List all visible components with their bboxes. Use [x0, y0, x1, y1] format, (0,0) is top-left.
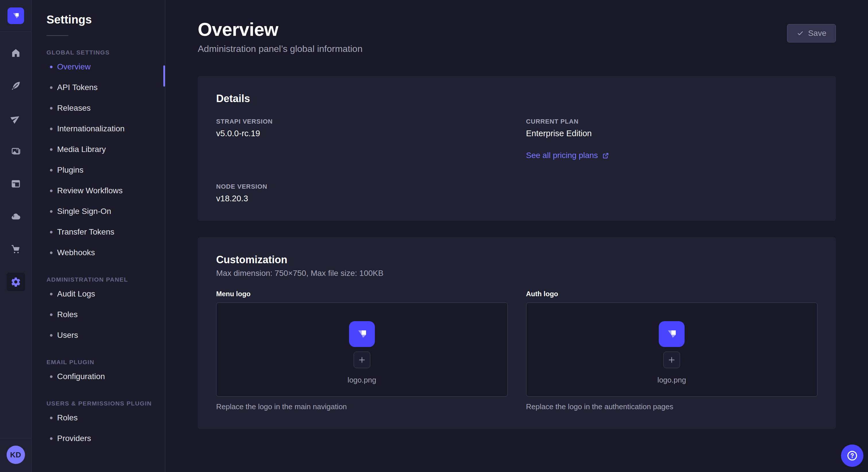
- page-header-text: Overview Administration panel’s global i…: [198, 19, 363, 54]
- subnav-title: Settings: [32, 13, 165, 26]
- pricing-plans-link[interactable]: See all pricing plans: [526, 151, 610, 160]
- strapi-logo-icon: [354, 326, 370, 342]
- section-header-global-settings: GLOBAL SETTINGS: [32, 49, 165, 56]
- global-settings-list: Overview API Tokens Releases Internation…: [32, 57, 165, 263]
- auth-logo-filename: logo.png: [657, 376, 686, 384]
- auth-logo-panel: Auth logo logo.png Replace the logo in t…: [526, 290, 818, 411]
- logo-section: [0, 0, 31, 32]
- images-icon[interactable]: [7, 142, 25, 160]
- menu-logo-preview: [349, 321, 375, 347]
- subnav-item-releases[interactable]: Releases: [32, 98, 165, 119]
- subnav-item-review-workflows[interactable]: Review Workflows: [32, 180, 165, 201]
- bullet-icon: [50, 313, 53, 316]
- subnav-item-admin-roles[interactable]: Roles: [32, 304, 165, 325]
- subnav-item-api-tokens[interactable]: API Tokens: [32, 77, 165, 98]
- paper-plane-icon[interactable]: [7, 109, 25, 128]
- auth-logo-label: Auth logo: [526, 290, 818, 298]
- check-icon: [797, 30, 804, 37]
- logo-row: Menu logo logo.png Replace the logo in t…: [216, 290, 817, 411]
- cart-icon[interactable]: [7, 240, 25, 258]
- menu-logo-dropzone[interactable]: logo.png: [216, 303, 508, 397]
- sidebar-icon-nav: [7, 32, 25, 291]
- main-content: Overview Administration panel’s global i…: [166, 0, 868, 472]
- strapi-version-value: v5.0.0-rc.19: [216, 129, 508, 138]
- page-header: Overview Administration panel’s global i…: [198, 0, 836, 54]
- external-link-icon: [602, 152, 610, 160]
- bullet-icon: [50, 375, 53, 378]
- main-sidebar: KD: [0, 0, 32, 472]
- bullet-icon: [50, 86, 53, 89]
- bullet-icon: [50, 231, 53, 233]
- auth-logo-dropzone[interactable]: logo.png: [526, 303, 818, 397]
- auth-logo-add-button[interactable]: [663, 351, 680, 368]
- subnav-item-internationalization[interactable]: Internationalization: [32, 119, 165, 139]
- customization-card: Customization Max dimension: 750×750, Ma…: [198, 237, 836, 429]
- section-header-administration-panel: ADMINISTRATION PANEL: [32, 276, 165, 283]
- strapi-logo-icon: [663, 326, 680, 342]
- plus-icon: [358, 356, 366, 364]
- page-subtitle: Administration panel’s global informatio…: [198, 43, 363, 54]
- bullet-icon: [50, 148, 53, 151]
- users-permissions-list: Roles Providers: [32, 407, 165, 449]
- bullet-icon: [50, 190, 53, 192]
- question-mark-icon: [846, 450, 858, 462]
- strapi-version-label: STRAPI VERSION: [216, 118, 508, 125]
- feather-icon[interactable]: [7, 76, 25, 95]
- current-plan-value: Enterprise Edition: [526, 129, 818, 138]
- menu-logo-add-button[interactable]: [353, 351, 370, 368]
- subnav-item-email-configuration[interactable]: Configuration: [32, 366, 165, 387]
- subnav-scroll-indicator[interactable]: [163, 65, 165, 87]
- page-title: Overview: [198, 19, 363, 40]
- cloud-icon[interactable]: [7, 207, 25, 226]
- bullet-icon: [50, 128, 53, 130]
- section-header-users-permissions-plugin: USERS & PERMISSIONS PLUGIN: [32, 400, 165, 407]
- strapi-logo-icon: [10, 10, 22, 22]
- subnav-item-up-roles[interactable]: Roles: [32, 407, 165, 428]
- subnav-item-transfer-tokens[interactable]: Transfer Tokens: [32, 222, 165, 242]
- save-button[interactable]: Save: [787, 24, 836, 42]
- strapi-logo[interactable]: [7, 7, 24, 24]
- bullet-icon: [50, 417, 53, 419]
- menu-logo-filename: logo.png: [348, 376, 376, 384]
- subnav-divider: [46, 35, 68, 36]
- details-grid: STRAPI VERSION v5.0.0-rc.19 CURRENT PLAN…: [216, 118, 817, 203]
- subnav-item-audit-logs[interactable]: Audit Logs: [32, 283, 165, 304]
- bullet-icon: [50, 437, 53, 440]
- empty-cell: [526, 183, 818, 203]
- bullet-icon: [50, 251, 53, 254]
- bullet-icon: [50, 334, 53, 337]
- avatar[interactable]: KD: [7, 446, 25, 464]
- layout-icon[interactable]: [7, 175, 25, 193]
- subnav-item-single-sign-on[interactable]: Single Sign-On: [32, 201, 165, 222]
- bullet-icon: [50, 293, 53, 295]
- plus-icon: [668, 356, 676, 364]
- subnav-item-webhooks[interactable]: Webhooks: [32, 242, 165, 263]
- menu-logo-label: Menu logo: [216, 290, 508, 298]
- details-card: Details STRAPI VERSION v5.0.0-rc.19 CURR…: [198, 76, 836, 221]
- customization-subtitle: Max dimension: 750×750, Max file size: 1…: [216, 269, 817, 278]
- administration-panel-list: Audit Logs Roles Users: [32, 283, 165, 345]
- home-icon[interactable]: [7, 44, 25, 62]
- email-plugin-list: Configuration: [32, 366, 165, 387]
- customization-heading: Customization: [216, 254, 817, 266]
- subnav-item-media-library[interactable]: Media Library: [32, 139, 165, 160]
- current-plan-label: CURRENT PLAN: [526, 118, 818, 125]
- strapi-version-field: STRAPI VERSION v5.0.0-rc.19: [216, 118, 508, 160]
- settings-subnav: Settings GLOBAL SETTINGS Overview API To…: [32, 0, 165, 472]
- sidebar-footer: KD: [0, 438, 31, 472]
- node-version-value: v18.20.3: [216, 194, 508, 203]
- auth-logo-caption: Replace the logo in the authentication p…: [526, 402, 818, 411]
- gear-icon[interactable]: [7, 273, 25, 291]
- help-button[interactable]: [841, 444, 863, 467]
- auth-logo-preview: [659, 321, 685, 347]
- subnav-item-admin-users[interactable]: Users: [32, 325, 165, 345]
- node-version-field: NODE VERSION v18.20.3: [216, 183, 508, 203]
- section-header-email-plugin: EMAIL PLUGIN: [32, 359, 165, 366]
- subnav-item-plugins[interactable]: Plugins: [32, 160, 165, 180]
- subnav-item-up-providers[interactable]: Providers: [32, 428, 165, 449]
- bullet-icon: [50, 210, 53, 213]
- subnav-item-overview[interactable]: Overview: [32, 57, 165, 77]
- bullet-icon: [50, 169, 53, 171]
- details-heading: Details: [216, 93, 817, 105]
- current-plan-field: CURRENT PLAN Enterprise Edition See all …: [526, 118, 818, 160]
